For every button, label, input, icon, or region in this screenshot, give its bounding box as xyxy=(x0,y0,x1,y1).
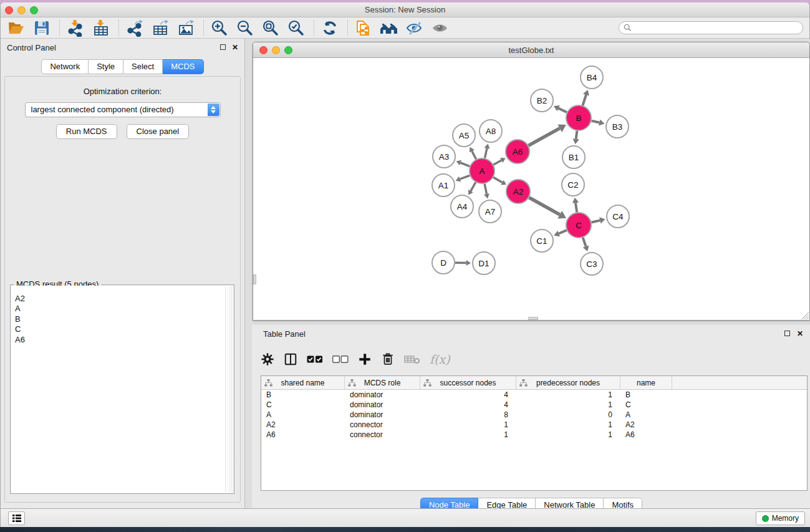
zoom-out-icon[interactable] xyxy=(236,19,254,37)
deselect-all-icon[interactable] xyxy=(332,355,349,364)
mcds-result-item[interactable]: C xyxy=(11,324,233,334)
graph-node-A2[interactable]: A2 xyxy=(506,180,530,203)
graph-edge-B-B4[interactable] xyxy=(582,90,589,105)
graph-node-C4[interactable]: C4 xyxy=(607,205,629,228)
table-row[interactable]: Bdominator41B xyxy=(261,390,807,400)
mcds-result-item[interactable]: A xyxy=(11,304,233,314)
export-table-icon[interactable] xyxy=(151,19,170,37)
memory-button[interactable]: Memory xyxy=(756,511,805,525)
mcds-result-item[interactable]: A2 xyxy=(11,294,233,304)
graph-edge-C-C1[interactable] xyxy=(554,230,566,236)
show-columns-icon[interactable] xyxy=(284,352,297,366)
add-column-icon[interactable] xyxy=(358,352,372,366)
import-network-icon[interactable] xyxy=(66,19,85,37)
graph-node-C3[interactable]: C3 xyxy=(581,253,603,275)
hide-selected-icon[interactable] xyxy=(405,19,424,37)
column-header-successor-nodes[interactable]: successor nodes xyxy=(420,376,516,389)
criterion-dropdown[interactable]: largest connected component (directed) xyxy=(25,102,221,117)
mcds-result-item[interactable]: B xyxy=(11,314,233,324)
graph-edge-A-A6[interactable] xyxy=(493,158,505,165)
settings-gear-icon[interactable] xyxy=(261,352,274,366)
open-file-icon[interactable] xyxy=(7,19,26,37)
graph-node-A6[interactable]: A6 xyxy=(506,140,529,163)
resize-grip[interactable] xyxy=(801,312,809,319)
save-session-icon[interactable] xyxy=(32,19,51,37)
graph-edge-C-C4[interactable] xyxy=(591,217,605,223)
cell-successor-nodes: 8 xyxy=(420,410,516,420)
graph-node-A1[interactable]: A1 xyxy=(432,174,455,196)
graph-edge-A-A2[interactable] xyxy=(493,177,506,185)
table-close-panel-icon[interactable]: ✕ xyxy=(797,329,803,338)
table-row[interactable]: Adominator80A xyxy=(261,410,807,420)
horizontal-scrollbar-thumb[interactable] xyxy=(528,317,538,320)
zoom-in-icon[interactable] xyxy=(210,19,229,37)
float-panel-icon[interactable] xyxy=(220,44,226,50)
tab-style[interactable]: Style xyxy=(89,59,123,74)
graph-node-A5[interactable]: A5 xyxy=(453,124,475,147)
search-field[interactable] xyxy=(619,21,803,34)
result-scrollbar[interactable] xyxy=(225,286,233,492)
graph-node-A4[interactable]: A4 xyxy=(451,195,473,218)
graph-edge-B-B2[interactable] xyxy=(554,105,567,112)
clone-network-icon[interactable] xyxy=(354,19,373,37)
graph-edge-A-A8[interactable] xyxy=(484,144,489,158)
delete-column-icon[interactable] xyxy=(381,352,395,366)
close-panel-button[interactable]: Close panel xyxy=(127,124,190,139)
vertical-scrollbar-thumb[interactable] xyxy=(253,274,256,284)
graph-node-D[interactable]: D xyxy=(432,251,455,274)
graph-edge-A-A1[interactable] xyxy=(456,175,470,181)
graph-node-C1[interactable]: C1 xyxy=(531,230,553,252)
zoom-fit-icon[interactable] xyxy=(261,19,280,37)
graph-node-B[interactable]: B xyxy=(566,105,591,130)
graph-node-A8[interactable]: A8 xyxy=(480,120,502,142)
tab-network[interactable]: Network xyxy=(41,59,89,74)
table-row[interactable]: A6connector11A6 xyxy=(261,430,807,440)
graph-edge-B-B1[interactable] xyxy=(573,131,579,144)
graph-edge-A-A3[interactable] xyxy=(456,160,470,167)
export-image-icon[interactable] xyxy=(176,19,195,37)
mcds-result-item[interactable]: A6 xyxy=(11,335,233,345)
graph-node-C[interactable]: C xyxy=(566,213,591,238)
graph-node-B1[interactable]: B1 xyxy=(562,146,585,168)
show-all-icon[interactable] xyxy=(431,19,450,37)
graph-edge-A6-B[interactable] xyxy=(529,124,566,145)
table-row[interactable]: Cdominator41C xyxy=(261,400,807,410)
column-header-name[interactable]: name xyxy=(620,376,672,389)
column-header-shared-name[interactable]: shared name xyxy=(261,376,345,389)
graph-node-B4[interactable]: B4 xyxy=(581,66,603,89)
tab-mcds[interactable]: MCDS xyxy=(163,59,203,74)
graph-edge-A2-C[interactable] xyxy=(529,198,566,219)
column-header-predecessor-nodes[interactable]: predecessor nodes xyxy=(516,376,620,389)
graph-edge-C-C2[interactable] xyxy=(572,198,579,212)
search-input[interactable] xyxy=(632,22,803,33)
graph-node-A7[interactable]: A7 xyxy=(479,200,501,223)
select-all-icon[interactable] xyxy=(307,355,323,364)
table-float-panel-icon[interactable] xyxy=(784,331,790,336)
graph-node-C2[interactable]: C2 xyxy=(562,173,584,196)
graph-node-B2[interactable]: B2 xyxy=(531,89,553,112)
task-history-button[interactable] xyxy=(8,511,25,525)
table-row[interactable]: A2connector11A2 xyxy=(261,420,807,430)
graph-edge-C-C3[interactable] xyxy=(583,238,589,251)
refresh-icon[interactable] xyxy=(321,19,339,37)
graph-node-A[interactable]: A xyxy=(470,158,494,183)
function-builder-icon[interactable]: f(x) xyxy=(430,352,450,366)
close-panel-icon[interactable]: ✕ xyxy=(232,43,238,52)
delete-table-icon[interactable] xyxy=(404,354,420,365)
graph-node-B3[interactable]: B3 xyxy=(606,115,629,138)
graph-edge-A-A7[interactable] xyxy=(484,184,489,199)
first-neighbors-icon[interactable] xyxy=(380,19,398,37)
column-header-MCDS-role[interactable]: MCDS role xyxy=(345,376,420,389)
run-mcds-button[interactable]: Run MCDS xyxy=(56,124,117,139)
import-table-icon[interactable] xyxy=(92,19,110,37)
tab-select[interactable]: Select xyxy=(123,59,163,74)
graph-node-A3[interactable]: A3 xyxy=(433,145,455,168)
graph-node-D1[interactable]: D1 xyxy=(473,252,495,274)
graph-edge-A-A5[interactable] xyxy=(470,147,476,160)
graph-edge-D-D1[interactable] xyxy=(455,260,471,266)
graph-edge-B-B3[interactable] xyxy=(591,119,604,125)
graph-edge-A-A4[interactable] xyxy=(468,182,476,195)
network-canvas[interactable]: B4B2BB3A5A8A6B1A3AA1C2A2A4A7C4CC1C3DD1 xyxy=(253,58,809,320)
zoom-selected-icon[interactable] xyxy=(287,19,306,37)
export-network-icon[interactable] xyxy=(125,19,144,37)
